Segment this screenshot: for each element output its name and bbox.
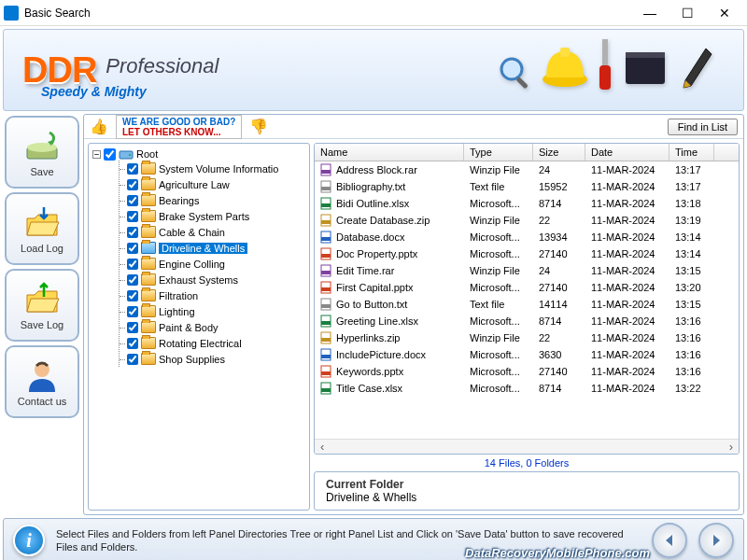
tree-item[interactable]: Shop Supplies	[120, 351, 305, 367]
tree-item[interactable]: Bearings	[120, 192, 305, 208]
tree-item[interactable]: Rotating Electrical	[120, 335, 305, 351]
root-checkbox[interactable]	[104, 148, 116, 161]
tree-checkbox[interactable]	[127, 322, 138, 333]
file-row[interactable]: Database.docxMicrosoft...1393411-MAR-202…	[315, 229, 739, 245]
thumbs-up-icon: 👍	[90, 118, 108, 135]
product-name: Professional	[106, 54, 218, 78]
close-button[interactable]: ✕	[706, 1, 743, 25]
svg-rect-34	[321, 338, 331, 342]
ppt-file-icon	[320, 247, 333, 260]
tree-item[interactable]: System Volume Informatio	[120, 161, 305, 176]
folder-icon	[141, 353, 156, 365]
tree-checkbox[interactable]	[127, 354, 138, 365]
sidebar-contact-button[interactable]: Contact us	[5, 345, 79, 418]
col-type[interactable]: Type	[464, 144, 533, 161]
svg-rect-38	[321, 371, 331, 375]
col-time[interactable]: Time	[669, 144, 714, 161]
toolbar: 👍 WE ARE GOOD OR BAD? LET OTHERS KNOW...…	[84, 115, 743, 139]
file-list-header: Name Type Size Date Time	[315, 144, 739, 161]
sidebar-save-button[interactable]: Save	[5, 116, 79, 189]
file-row[interactable]: Title Case.xlsxMicrosoft...871411-MAR-20…	[315, 380, 739, 397]
svg-rect-28	[321, 287, 331, 291]
tree-checkbox[interactable]	[127, 243, 138, 254]
tree-item[interactable]: Brake System Parts	[120, 208, 305, 224]
workarea: 👍 WE ARE GOOD OR BAD? LET OTHERS KNOW...…	[83, 114, 744, 515]
xls-file-icon	[320, 315, 333, 328]
tree-item[interactable]: Filtration	[120, 287, 305, 303]
svg-rect-40	[321, 388, 331, 392]
svg-rect-18	[321, 203, 331, 207]
folder-icon	[141, 210, 156, 222]
tree-item[interactable]: Agriculture Law	[120, 176, 305, 192]
tree-checkbox[interactable]	[127, 306, 138, 317]
tree-root[interactable]: − Root	[92, 147, 305, 161]
folder-icon	[141, 289, 156, 301]
magnifier-icon	[497, 54, 534, 91]
ppt-file-icon	[320, 365, 333, 378]
folder-icon	[141, 273, 156, 286]
tree-item[interactable]: Cable & Chain	[120, 224, 305, 240]
xls-file-icon	[320, 382, 333, 395]
thumbs-down-icon: 👎	[249, 118, 268, 135]
tree-item[interactable]: Paint & Body	[120, 319, 305, 335]
app-icon	[4, 6, 19, 21]
svg-rect-24	[321, 254, 331, 258]
loadlog-icon	[21, 203, 63, 241]
file-list[interactable]: Name Type Size Date Time Address Block.r…	[314, 143, 740, 455]
file-row[interactable]: Keywords.pptxMicrosoft...2714011-MAR-202…	[315, 363, 739, 380]
tree-checkbox[interactable]	[127, 259, 138, 270]
file-row[interactable]: Edit Time.rarWinzip File2411-MAR-202413:…	[315, 262, 739, 279]
file-row[interactable]: IncludePicture.docxMicrosoft...363011-MA…	[315, 346, 739, 363]
tree-checkbox[interactable]	[127, 227, 138, 238]
svg-point-12	[129, 154, 131, 156]
tree-checkbox[interactable]	[127, 179, 138, 190]
tree-checkbox[interactable]	[127, 195, 138, 206]
file-row[interactable]: Bidi Outline.xlsxMicrosoft...871411-MAR-…	[315, 195, 739, 212]
file-row[interactable]: Go to Button.txtText file1411411-MAR-202…	[315, 296, 739, 313]
horizontal-scrollbar[interactable]: ‹›	[315, 439, 739, 454]
save-icon	[21, 127, 63, 164]
sidebar: SaveLoad LogSave LogContact us	[3, 114, 83, 515]
tree-item[interactable]: Driveline & Whells	[120, 240, 305, 256]
minimize-button[interactable]: —	[631, 1, 669, 25]
xls-file-icon	[320, 197, 333, 210]
file-row[interactable]: Address Block.rarWinzip File2411-MAR-202…	[315, 161, 739, 178]
svg-point-0	[501, 59, 522, 79]
svg-rect-1	[515, 77, 528, 89]
feedback-banner[interactable]: WE ARE GOOD OR BAD? LET OTHERS KNOW...	[116, 115, 242, 139]
tree-checkbox[interactable]	[127, 211, 138, 222]
hardhat-icon	[542, 40, 588, 91]
doc-file-icon	[320, 231, 333, 244]
titlebar: Basic Search — ☐ ✕	[0, 0, 747, 26]
find-in-list-button[interactable]: Find in List	[668, 119, 738, 135]
tree-checkbox[interactable]	[127, 290, 138, 301]
collapse-icon[interactable]: −	[92, 150, 101, 159]
tree-checkbox[interactable]	[127, 274, 138, 286]
folder-icon	[141, 258, 156, 270]
file-row[interactable]: Bibliography.txtText file1595211-MAR-202…	[315, 178, 739, 195]
maximize-button[interactable]: ☐	[669, 1, 706, 25]
rar-file-icon	[320, 264, 333, 277]
footer: i Select Files and Folders from left Pan…	[3, 518, 744, 560]
folder-tree[interactable]: − Root System Volume InformatioAgricultu…	[88, 143, 310, 511]
col-size[interactable]: Size	[533, 144, 585, 161]
sidebar-loadlog-button[interactable]: Load Log	[5, 192, 79, 265]
tree-item[interactable]: Lighting	[120, 303, 305, 319]
file-row[interactable]: First Capital.pptxMicrosoft...2714011-MA…	[315, 279, 739, 296]
next-button[interactable]	[698, 523, 734, 558]
file-row[interactable]: Greeting Line.xlsxMicrosoft...871411-MAR…	[315, 313, 739, 329]
folder-icon	[141, 242, 156, 254]
col-date[interactable]: Date	[585, 144, 669, 161]
tree-checkbox[interactable]	[127, 163, 138, 175]
sidebar-savelog-button[interactable]: Save Log	[5, 269, 79, 342]
file-row[interactable]: Doc Property.pptxMicrosoft...2714011-MAR…	[315, 245, 739, 262]
window-title: Basic Search	[24, 7, 631, 20]
col-name[interactable]: Name	[315, 144, 464, 161]
tree-item[interactable]: Engine Colling	[120, 256, 305, 272]
prev-button[interactable]	[652, 523, 687, 558]
file-row[interactable]: Hyperlinks.zipWinzip File2211-MAR-202413…	[315, 329, 739, 346]
file-row[interactable]: Create Database.zipWinzip File2211-MAR-2…	[315, 212, 739, 229]
info-icon: i	[13, 525, 45, 556]
tree-item[interactable]: Exhaust Systems	[120, 272, 305, 287]
tree-checkbox[interactable]	[127, 338, 138, 349]
